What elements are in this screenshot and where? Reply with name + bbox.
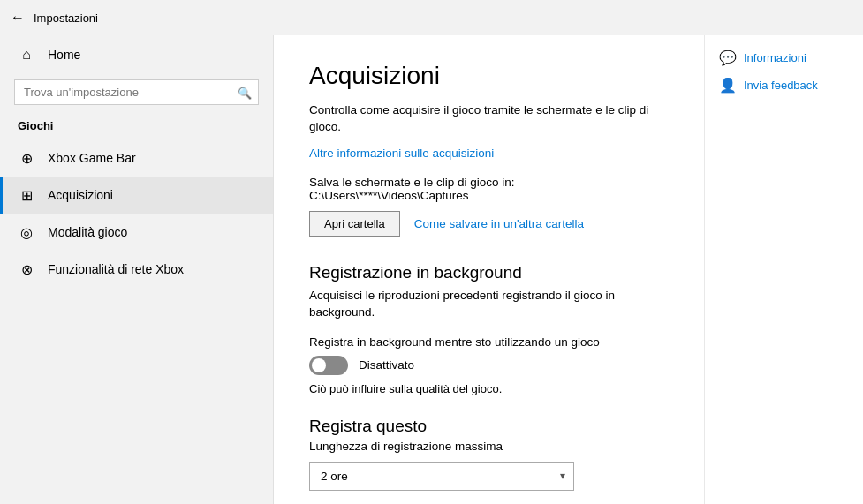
info-icon: 💬	[719, 49, 737, 66]
sidebar-item-label: Xbox Game Bar	[48, 151, 136, 165]
right-panel: 💬 Informazioni 👤 Invia feedback	[704, 35, 863, 504]
right-panel-invia-feedback[interactable]: 👤 Invia feedback	[719, 77, 849, 94]
search-input[interactable]	[14, 79, 259, 105]
toggle-warning: Ciò può influire sulla qualità del gioco…	[309, 382, 669, 395]
page-title: Acquisizioni	[309, 62, 669, 90]
sidebar-home[interactable]: ⌂ Home	[0, 35, 273, 74]
recording-length-dropdown[interactable]: 30 secondi 1 minuto 2 ore 4 ore	[309, 462, 574, 491]
toggle-row: Disattivato	[309, 356, 669, 375]
right-panel-informazioni[interactable]: 💬 Informazioni	[719, 49, 849, 66]
toggle-label: Disattivato	[359, 358, 414, 372]
gamemode-icon: ◎	[18, 223, 35, 241]
network-icon: ⊗	[18, 260, 35, 278]
save-elsewhere-link[interactable]: Come salvare in un'altra cartella	[414, 217, 584, 230]
background-section-title: Registrazione in background	[309, 263, 669, 282]
recording-length-dropdown-wrap: 30 secondi 1 minuto 2 ore 4 ore ▾	[309, 462, 574, 491]
save-path-text: Salva le schermate e le clip di gioco in…	[309, 176, 669, 202]
sidebar-item-xbox-game-bar[interactable]: ⊕ Xbox Game Bar	[0, 139, 273, 177]
sidebar-item-label: Modalità gioco	[48, 225, 127, 239]
main-content: Acquisizioni Controlla come acquisire il…	[274, 35, 704, 504]
back-button[interactable]: ←	[11, 10, 25, 26]
background-toggle[interactable]	[309, 356, 348, 375]
informazioni-link[interactable]: Informazioni	[744, 51, 806, 64]
sidebar-item-acquisizioni[interactable]: ⊞ Acquisizioni	[0, 177, 273, 214]
home-icon: ⌂	[18, 46, 35, 64]
more-info-link[interactable]: Altre informazioni sulle acquisizioni	[309, 147, 494, 160]
sidebar-item-label: Acquisizioni	[48, 188, 113, 202]
search-icon: 🔍	[238, 86, 252, 99]
sidebar-item-label: Funzionalità di rete Xbox	[48, 262, 184, 276]
titlebar: ← Impostazioni	[0, 0, 863, 35]
invia-feedback-link[interactable]: Invia feedback	[744, 79, 818, 92]
app-title: Impostazioni	[34, 11, 98, 25]
record-section-title: Registra questo	[309, 417, 669, 436]
content-description: Controlla come acquisire il gioco tramit…	[309, 102, 669, 136]
app-body: ⌂ Home 🔍 Giochi ⊕ Xbox Game Bar ⊞ Acquis…	[0, 35, 863, 504]
open-folder-button[interactable]: Apri cartella	[309, 211, 400, 237]
sidebar-search: 🔍	[14, 79, 259, 105]
sidebar: ⌂ Home 🔍 Giochi ⊕ Xbox Game Bar ⊞ Acquis…	[0, 35, 274, 504]
background-setting-label: Registra in background mentre sto utiliz…	[309, 335, 669, 349]
xbox-icon: ⊕	[18, 149, 35, 167]
feedback-icon: 👤	[719, 77, 737, 94]
sidebar-item-funzionalita-rete[interactable]: ⊗ Funzionalità di rete Xbox	[0, 251, 273, 288]
record-section-subtitle: Lunghezza di registrazione massima	[309, 440, 669, 453]
background-section-desc: Acquisisci le riproduzioni precedenti re…	[309, 288, 669, 321]
sidebar-section-title: Giochi	[0, 116, 273, 139]
save-path-actions: Apri cartella Come salvare in un'altra c…	[309, 211, 669, 237]
sidebar-home-label: Home	[48, 48, 80, 62]
capture-icon: ⊞	[18, 186, 35, 204]
sidebar-item-modalita-gioco[interactable]: ◎ Modalità gioco	[0, 214, 273, 251]
